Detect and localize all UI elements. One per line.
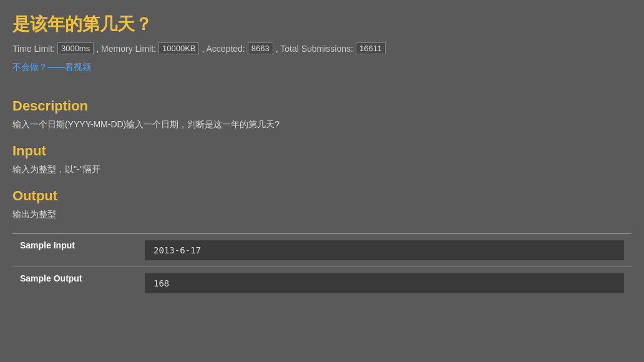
output-title: Output: [12, 188, 632, 204]
separator3: , Total Submissions:: [276, 44, 353, 54]
accepted-value: 8663: [248, 42, 273, 54]
memory-limit-label: Memory Limit:: [101, 44, 156, 54]
sample-output-value: 168: [145, 273, 624, 293]
output-content: 输出为整型: [12, 209, 632, 220]
sample-output-value-cell: 168: [137, 267, 632, 300]
sample-input-value-cell: 2013-6-17: [137, 234, 632, 267]
sample-output-row: Sample Output 168: [12, 267, 632, 300]
description-title: Description: [12, 98, 632, 114]
separator1: ,: [96, 44, 99, 54]
sample-input-value: 2013-6-17: [145, 240, 624, 260]
input-content: 输入为整型，以"-"隔开: [12, 164, 632, 175]
page-title: 是该年的第几天？: [12, 12, 632, 36]
time-limit-value: 3000ms: [57, 42, 94, 54]
sample-table: Sample Input 2013-6-17 Sample Output 168: [12, 233, 632, 300]
input-title: Input: [12, 143, 632, 159]
sample-input-row: Sample Input 2013-6-17: [12, 234, 632, 267]
separator2: , Accepted:: [202, 44, 245, 54]
time-limit-label: Time Limit:: [12, 44, 55, 54]
sample-output-label: Sample Output: [12, 267, 137, 300]
description-content: 输入一个日期(YYYY-MM-DD)输入一个日期，判断是这一年的第几天?: [12, 119, 632, 130]
sample-input-label: Sample Input: [12, 234, 137, 267]
submissions-value: 16611: [356, 42, 386, 54]
memory-limit-value: 10000KB: [159, 42, 200, 54]
meta-info: Time Limit: 3000ms , Memory Limit: 10000…: [12, 42, 632, 54]
help-link[interactable]: 不会做？——看视频: [12, 62, 91, 73]
